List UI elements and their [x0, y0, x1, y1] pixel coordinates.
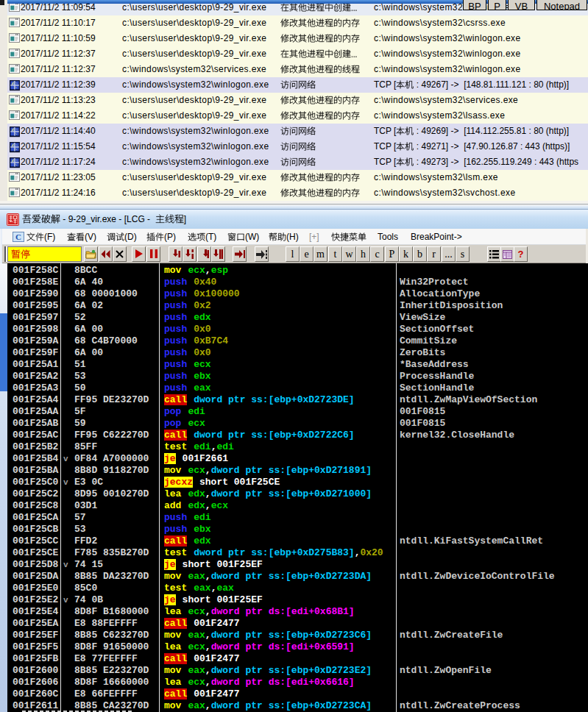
svg-text:C: C: [15, 232, 21, 241]
